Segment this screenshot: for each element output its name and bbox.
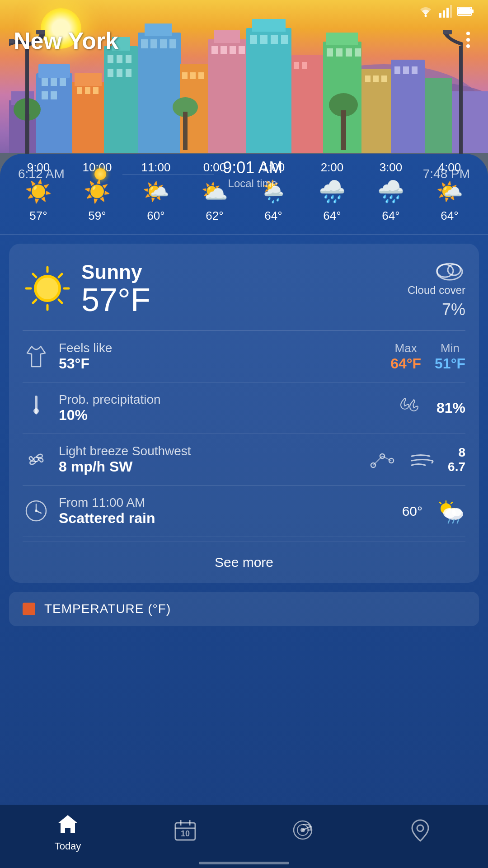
precipitation-text: Prob. precipitation 10% [59,392,389,424]
svg-rect-35 [214,30,240,43]
nav-calendar[interactable]: 10 [127,818,244,846]
hourly-temp: 64° [323,209,341,223]
location-icon [408,818,433,843]
precipitation-icon [23,395,50,422]
svg-rect-22 [117,69,122,77]
current-sun-icon [23,264,72,313]
rain-gauge-icon [27,396,45,420]
svg-line-117 [453,519,454,523]
humidity-value: 81% [436,400,465,416]
fan-icon [24,447,49,472]
current-weather-card: Sunny 57°F Cloud cover 7% [9,244,479,583]
nav-today-label: Today [55,840,81,852]
nav-today[interactable]: Today [9,812,127,852]
wind-lines-icon [409,449,434,470]
scattered-rain-icon [436,499,465,524]
svg-rect-44 [271,35,278,44]
current-weather-info: Sunny 57°F [81,261,150,316]
svg-rect-80 [450,5,452,18]
svg-rect-82 [472,9,474,13]
clock-icon [23,498,50,525]
hourly-temp: 59° [88,209,106,223]
svg-rect-58 [381,75,387,82]
precipitation-row: Prob. precipitation 10% 81% [23,382,465,434]
svg-rect-51 [327,48,333,57]
svg-rect-78 [443,10,445,18]
svg-rect-27 [150,39,157,48]
svg-point-96 [448,264,460,275]
svg-line-112 [440,502,441,504]
svg-rect-52 [336,48,343,57]
hourly-temp: 60° [147,209,164,223]
humidity-icon [398,398,423,418]
svg-point-76 [425,15,427,17]
svg-rect-10 [51,91,57,99]
temp-chart-label: TEMPERATURE (°F) [44,602,171,616]
max-temp-display: Max 64°F [390,341,421,372]
svg-rect-18 [108,55,113,63]
svg-rect-31 [182,72,188,79]
feels-like-icon [23,343,50,370]
see-more-button[interactable]: See more [23,542,465,583]
svg-rect-14 [85,87,90,94]
svg-rect-42 [250,35,257,44]
svg-rect-34 [208,39,246,155]
svg-rect-83 [458,8,471,14]
svg-rect-74 [459,46,463,155]
svg-rect-48 [302,62,307,69]
svg-rect-37 [221,46,227,54]
hourly-temp: 64° [441,209,458,223]
wind-graph-icon [369,449,396,470]
svg-rect-19 [117,55,122,63]
cloud-cover-icon [434,257,465,282]
shirt-icon [25,344,47,369]
svg-rect-36 [211,46,218,54]
min-temp-display: Min 51°F [435,341,465,372]
signal-icon [439,5,452,18]
svg-rect-61 [403,66,409,74]
wind-text: Light breeze Southwest 8 mp/h SW [59,444,360,475]
svg-rect-7 [51,78,57,86]
svg-rect-75 [443,30,452,34]
svg-line-102 [373,456,382,465]
home-indicator [199,862,289,864]
svg-rect-43 [260,35,267,44]
svg-rect-47 [294,62,299,69]
svg-rect-24 [138,33,181,155]
hourly-temp: 64° [382,209,399,223]
status-icons [418,5,474,18]
svg-rect-77 [439,13,441,18]
svg-rect-62 [412,66,418,74]
svg-line-90 [33,274,36,277]
svg-rect-28 [160,39,167,48]
svg-rect-20 [126,55,131,63]
svg-rect-26 [141,39,148,48]
nav-location[interactable] [361,818,479,846]
more-menu-button[interactable] [466,32,470,48]
wind-values: 8 6.7 [448,445,465,474]
temp-color-indicator [23,603,35,615]
svg-point-107 [35,509,38,512]
cloud-cover-display: Cloud cover 7% [408,257,465,319]
svg-rect-33 [198,72,204,79]
svg-rect-39 [239,46,245,54]
clock-svg [24,499,49,524]
sun-arc-line [122,174,214,175]
feels-like-right: Max 64°F Min 51°F [390,341,465,372]
street-light-right [443,28,479,155]
sun-position-bar: 6:12 AM 9:01 AM Local time 7:48 PM [0,154,488,194]
svg-rect-32 [190,72,196,79]
svg-rect-29 [169,39,176,48]
svg-line-92 [59,274,62,277]
svg-point-115 [452,508,462,516]
feels-like-text: Feels like 53°F [59,341,381,372]
svg-rect-40 [246,28,291,155]
svg-rect-53 [346,48,352,57]
hourly-temp: 62° [206,209,223,223]
bottom-nav: Today 10 [0,805,488,868]
nav-radar[interactable] [244,818,361,846]
svg-point-85 [37,278,58,299]
svg-point-127 [417,825,423,831]
sunrise-time: 6:12 AM [18,167,65,181]
temperature-chart-bar[interactable]: TEMPERATURE (°F) [9,592,479,626]
